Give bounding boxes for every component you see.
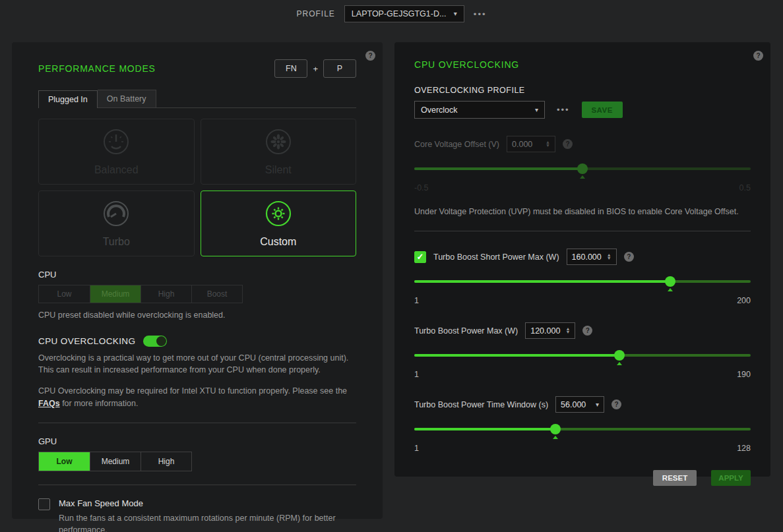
cpu-preset-medium[interactable]: Medium — [90, 285, 141, 303]
slider-marker-icon — [553, 436, 558, 439]
chevron-down-icon: ▾ — [596, 401, 599, 408]
divider — [38, 485, 356, 485]
divider — [414, 231, 751, 231]
fn-keycap[interactable]: FN — [274, 59, 307, 78]
power-max-label: Turbo Boost Power Max (W) — [414, 326, 518, 336]
short-power-value: 160.000 — [572, 252, 602, 262]
uvp-note: Under Voltage Protection (UVP) must be d… — [414, 206, 751, 218]
mode-label: Turbo — [103, 236, 130, 248]
max-fan-description: Run the fans at a consistent maximum rot… — [59, 512, 356, 532]
short-power-input[interactable]: 160.000 ▲▼ — [567, 249, 617, 265]
overclocking-description: Overclocking is a practical way to get m… — [38, 352, 356, 376]
performance-modes-panel: ? PERFORMANCE MODES FN + P Plugged In On… — [12, 42, 383, 519]
power-max-value: 120.000 — [530, 326, 560, 336]
cpu-overclocking-toggle[interactable] — [143, 336, 167, 347]
cpu-preset-low[interactable]: Low — [39, 285, 90, 303]
help-icon[interactable]: ? — [611, 399, 621, 409]
help-icon[interactable]: ? — [563, 139, 573, 149]
top-profile-bar: PROFILE LAPTOP-GEJSGTG1-D... ▾ ••• — [0, 0, 783, 28]
slider-fill — [414, 354, 619, 357]
power-max-slider[interactable] — [414, 349, 751, 364]
short-power-min: 1 — [414, 296, 419, 305]
time-window-dropdown[interactable]: 56.000 ▾ — [555, 396, 604, 413]
spin-down-icon[interactable]: ▼ — [607, 257, 611, 260]
help-icon[interactable]: ? — [624, 252, 634, 262]
max-fan-label: Max Fan Speed Mode — [59, 498, 356, 508]
overclocking-xtu-note: CPU Overclocking may be required for Int… — [38, 385, 356, 409]
short-power-slider[interactable] — [414, 276, 751, 290]
slider-marker-icon — [668, 288, 673, 291]
plus-sign: + — [313, 64, 318, 74]
slider-thumb[interactable] — [614, 350, 625, 361]
reset-button[interactable]: RESET — [653, 470, 697, 486]
time-window-value: 56.000 — [561, 400, 586, 409]
slider-thumb[interactable] — [665, 276, 675, 287]
cpu-overclocking-panel: ? CPU OVERCLOCKING OVERCLOCKING PROFILE … — [394, 42, 770, 477]
power-max-input[interactable]: 120.000 ▲▼ — [525, 322, 575, 339]
short-power-checkbox[interactable]: ✓ — [414, 251, 426, 263]
tab-plugged-in[interactable]: Plugged In — [38, 90, 98, 108]
spinner-icons[interactable]: ▲▼ — [607, 254, 611, 260]
core-voltage-slider[interactable] — [414, 163, 751, 177]
mode-card-turbo[interactable]: Turbo — [38, 191, 195, 256]
mode-card-custom[interactable]: Custom — [201, 191, 357, 256]
save-button[interactable]: SAVE — [582, 102, 623, 118]
profile-more-icon[interactable]: ••• — [474, 9, 487, 19]
help-icon[interactable]: ? — [753, 51, 763, 61]
slider-marker-icon — [580, 175, 585, 179]
cpu-preset-high[interactable]: High — [141, 285, 191, 303]
slider-fill — [414, 280, 670, 283]
divider — [38, 423, 356, 423]
note-text: for more information. — [60, 399, 139, 408]
mode-card-silent[interactable]: Silent — [201, 119, 357, 185]
help-icon[interactable]: ? — [365, 51, 375, 61]
max-fan-checkbox[interactable] — [38, 498, 50, 510]
overclocking-profile-dropdown[interactable]: Overclock ▾ — [414, 101, 545, 119]
cpu-section-label: CPU — [38, 270, 356, 280]
core-voltage-input[interactable]: 0.000 ▲▼ — [507, 136, 555, 152]
core-voltage-value: 0.000 — [512, 140, 532, 149]
slider-marker-icon — [617, 362, 622, 365]
chevron-down-icon: ▾ — [454, 11, 457, 17]
slider-fill — [414, 428, 555, 430]
profile-dropdown[interactable]: LAPTOP-GEJSGTG1-D... ▾ — [344, 5, 464, 22]
gpu-preset-low[interactable]: Low — [39, 452, 90, 471]
faqs-link[interactable]: FAQs — [38, 399, 60, 408]
gpu-preset-high[interactable]: High — [141, 452, 191, 471]
slider-fill — [414, 167, 582, 170]
core-voltage-label: Core Voltage Offset (V) — [414, 140, 499, 149]
shortcut-keys: FN + P — [274, 59, 356, 78]
time-window-min: 1 — [414, 444, 419, 453]
mode-label: Silent — [265, 164, 292, 176]
mode-card-balanced[interactable]: Balanced — [38, 119, 195, 185]
cpu-overclocking-label: CPU OVERCLOCKING — [38, 336, 135, 346]
slider-thumb[interactable] — [577, 163, 588, 174]
slider-thumb[interactable] — [550, 424, 561, 434]
core-voltage-max: 0.5 — [739, 183, 751, 192]
spinner-icons[interactable]: ▲▼ — [546, 141, 550, 147]
tab-on-battery[interactable]: On Battery — [98, 90, 156, 107]
spin-down-icon[interactable]: ▼ — [546, 144, 550, 147]
p-keycap[interactable]: P — [323, 59, 356, 78]
power-max-min: 1 — [414, 370, 419, 379]
time-window-slider[interactable] — [414, 423, 751, 438]
cpu-preset-boost[interactable]: Boost — [191, 285, 242, 303]
fan-icon — [264, 127, 293, 159]
gpu-preset-medium[interactable]: Medium — [90, 452, 141, 471]
power-max-max: 190 — [737, 370, 751, 379]
apply-button[interactable]: APPLY — [711, 470, 751, 486]
spin-down-icon[interactable]: ▼ — [565, 331, 570, 334]
time-window-max: 128 — [737, 444, 751, 453]
gpu-preset-group: Low Medium High — [38, 452, 192, 471]
cpu-preset-group: Low Medium High Boost — [38, 285, 243, 303]
core-voltage-min: -0.5 — [414, 183, 429, 192]
overclocking-profile-value: Overclock — [421, 105, 458, 115]
spinner-icons[interactable]: ▲▼ — [565, 328, 570, 334]
profile-dropdown-value: LAPTOP-GEJSGTG1-D... — [352, 9, 447, 18]
dial-icon — [102, 199, 131, 231]
mode-label: Balanced — [94, 164, 139, 176]
profile-options-more-icon[interactable]: ••• — [557, 105, 570, 115]
help-icon[interactable]: ? — [582, 326, 592, 336]
short-power-max: 200 — [737, 296, 751, 305]
profile-label: PROFILE — [296, 9, 334, 18]
